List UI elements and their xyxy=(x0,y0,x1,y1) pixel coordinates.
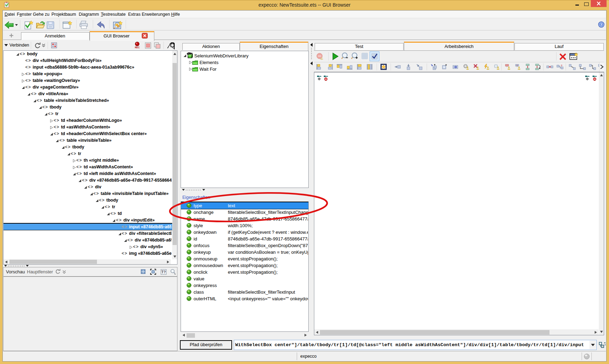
svg-text:?: ? xyxy=(561,64,562,67)
svg-text:?: ? xyxy=(604,342,606,346)
svg-text:?: ? xyxy=(600,22,602,27)
svg-text:REC: REC xyxy=(135,46,140,49)
svg-text:T?: T? xyxy=(161,270,166,274)
